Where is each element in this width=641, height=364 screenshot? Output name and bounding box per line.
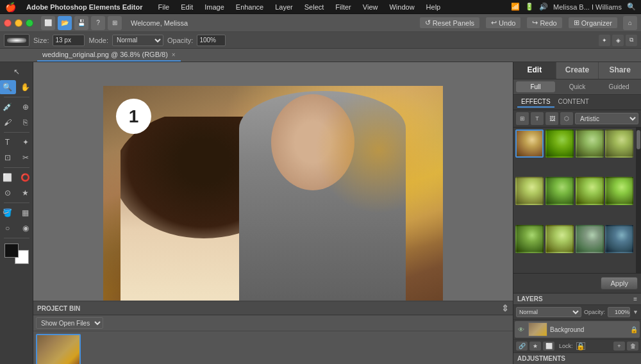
eyedropper-tool[interactable]: 💉 — [0, 100, 16, 114]
opacity-input[interactable] — [197, 35, 226, 46]
file-tab-close[interactable]: × — [172, 51, 176, 58]
menu-image[interactable]: Image — [202, 2, 227, 12]
menu-help[interactable]: Help — [424, 2, 444, 12]
menu-file[interactable]: File — [156, 2, 172, 12]
effects-filter-text-icon[interactable]: T — [531, 112, 544, 125]
close-window-button[interactable] — [4, 19, 12, 27]
tab-edit[interactable]: Edit — [513, 62, 556, 79]
new-file-icon[interactable]: ⬜ — [41, 16, 55, 30]
menu-edit[interactable]: Edit — [178, 2, 196, 12]
open-file-icon[interactable]: 📂 — [58, 16, 72, 30]
custom-shape-tool[interactable]: ✦ — [17, 135, 34, 149]
layer-add-icon[interactable]: + — [613, 342, 625, 351]
clone-tool[interactable]: ⎘ — [17, 115, 34, 129]
search-icon[interactable]: 🔍 — [627, 3, 636, 11]
cookie-cutter-tool[interactable]: ✂ — [17, 151, 34, 165]
layer-lock-toggle[interactable]: 🔒 — [576, 342, 585, 350]
effects-filter-all-icon[interactable]: ⊞ — [516, 112, 529, 125]
size-input[interactable] — [53, 35, 85, 46]
effects-category-select[interactable]: Artistic Brush Strokes Distort Sketch Te… — [575, 113, 638, 124]
subtab-guided[interactable]: Guided — [599, 81, 638, 92]
move-tool[interactable]: ↖ — [8, 65, 25, 79]
subtab-quick[interactable]: Quick — [558, 81, 597, 92]
organizer-button[interactable]: ⊞ Organizer — [568, 17, 618, 29]
minimize-window-button[interactable] — [15, 19, 22, 27]
zoom-tool[interactable]: 🔍 — [0, 80, 16, 94]
menu-enhance[interactable]: Enhance — [233, 2, 266, 12]
layer-mask-icon[interactable]: ⬜ — [543, 342, 554, 351]
tab-create[interactable]: Create — [556, 62, 599, 79]
color-swatches[interactable] — [4, 244, 29, 264]
effects-scrollbar[interactable] — [636, 128, 641, 273]
menu-select[interactable]: Select — [302, 2, 327, 12]
apply-button[interactable]: Apply — [601, 277, 638, 290]
effects-scroll-thumb[interactable] — [637, 130, 640, 149]
reset-panels-button[interactable]: ↺ Reset Panels — [419, 17, 480, 29]
layer-row-background[interactable]: 👁 Background 🔒 — [515, 321, 640, 338]
effect-thumb-6[interactable] — [576, 177, 604, 205]
effect-thumb-2[interactable] — [576, 129, 604, 158]
tablet-icon[interactable]: ◈ — [612, 35, 624, 46]
effect-thumb-5[interactable] — [545, 177, 574, 205]
home-icon[interactable]: ⌂ — [623, 16, 637, 30]
dodge-tool[interactable]: ○ — [0, 221, 16, 235]
effects-filter-frame-icon[interactable]: ⬡ — [560, 112, 573, 125]
apple-logo-icon[interactable]: 🍎 — [5, 2, 16, 12]
effect-thumb-4[interactable] — [515, 177, 544, 205]
maximize-window-button[interactable] — [26, 19, 33, 27]
brush-tool[interactable]: 🖌 — [0, 115, 16, 129]
effects-tab[interactable]: EFFECTS — [517, 97, 554, 108]
effect-thumb-0[interactable] — [515, 129, 544, 158]
redo-button[interactable]: ↪ Redo — [526, 17, 562, 29]
effects-filter-photo-icon[interactable]: 🖼 — [545, 112, 558, 125]
undo-button[interactable]: ↩ Undo — [485, 17, 521, 29]
menu-layer[interactable]: Layer — [272, 2, 296, 12]
menu-view[interactable]: View — [360, 2, 381, 12]
layer-link-icon[interactable]: 🔗 — [516, 342, 528, 351]
layer-opacity-arrow-icon[interactable]: ▼ — [633, 309, 638, 315]
file-tab[interactable]: wedding_original.png @ 36.8% (RGB/8) × — [37, 49, 181, 62]
effect-thumb-10[interactable] — [576, 225, 604, 253]
layer-delete-icon[interactable]: 🗑 — [627, 342, 638, 351]
lasso-tool[interactable]: ⊙ — [0, 186, 16, 200]
layers-panel-menu-icon[interactable]: ≡ — [633, 295, 637, 302]
layer-styles-icon[interactable]: ★ — [529, 342, 541, 351]
select-rect-tool[interactable]: ⬜ — [0, 170, 16, 185]
effect-thumb-3[interactable] — [605, 129, 633, 158]
effect-thumb-8[interactable] — [515, 225, 544, 253]
show-files-select[interactable]: Show Open Files — [36, 317, 103, 329]
gradient-tool[interactable]: ▦ — [17, 206, 34, 220]
bin-thumbnail-item[interactable] — [36, 334, 81, 364]
foreground-color-swatch[interactable] — [4, 244, 19, 258]
view-toggle-icon[interactable]: ⊞ — [108, 16, 122, 30]
layer-blend-mode-select[interactable]: Normal Multiply Screen — [516, 307, 581, 317]
tab-share[interactable]: Share — [599, 62, 641, 79]
layer-opacity-input[interactable] — [608, 307, 630, 317]
effect-thumb-11[interactable] — [605, 225, 633, 253]
project-bin-content — [33, 331, 513, 364]
effect-thumb-7[interactable] — [605, 177, 633, 205]
brush-options-icon[interactable]: ⧉ — [626, 35, 637, 46]
crop-tool[interactable]: ⊡ — [0, 151, 16, 165]
effect-thumb-1[interactable] — [545, 129, 574, 158]
subtab-full[interactable]: Full — [516, 81, 555, 92]
help-icon[interactable]: ? — [91, 16, 105, 30]
magic-wand-tool[interactable]: ★ — [17, 186, 34, 200]
layer-thumb-image — [529, 323, 547, 336]
project-bin-expand-icon[interactable]: ⇕ — [501, 303, 509, 313]
select-oval-tool[interactable]: ⭕ — [17, 170, 34, 185]
burn-tool[interactable]: ◉ — [17, 221, 34, 235]
menu-filter[interactable]: Filter — [333, 2, 353, 12]
layer-visibility-icon[interactable]: 👁 — [517, 325, 526, 334]
menu-window[interactable]: Window — [387, 2, 417, 12]
paint-bucket-tool[interactable]: 🪣 — [0, 206, 16, 220]
save-icon[interactable]: 💾 — [74, 16, 88, 30]
brush-preview[interactable] — [4, 34, 29, 47]
effect-thumb-9[interactable] — [545, 225, 574, 253]
hand-tool[interactable]: ✋ — [17, 80, 34, 94]
airbrush-icon[interactable]: ✦ — [599, 35, 610, 46]
content-tab[interactable]: CONTENT — [554, 97, 593, 108]
spot-heal-tool[interactable]: ⊕ — [17, 100, 34, 114]
mode-select[interactable]: Normal Multiply Screen Overlay — [112, 35, 163, 46]
text-tool[interactable]: T — [0, 135, 16, 149]
